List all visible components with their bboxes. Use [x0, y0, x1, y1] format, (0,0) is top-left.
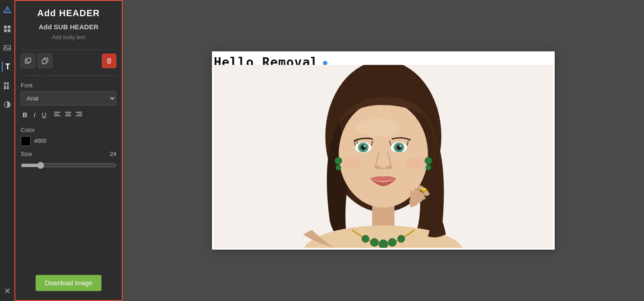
- close-sidebar-icon[interactable]: ✕: [2, 286, 13, 296]
- pattern-icon[interactable]: [2, 80, 13, 91]
- italic-button[interactable]: I: [32, 110, 37, 119]
- svg-rect-4: [8, 26, 10, 28]
- svg-rect-63: [421, 188, 426, 190]
- panel-header: Add HEADER: [21, 8, 116, 18]
- svg-rect-3: [4, 26, 7, 28]
- svg-point-60: [388, 238, 396, 246]
- align-group: [53, 110, 83, 119]
- svg-point-49: [374, 165, 381, 170]
- svg-rect-20: [107, 59, 110, 59]
- canvas-container: Hello Removal: [212, 51, 555, 250]
- font-section-label: Font: [21, 82, 116, 89]
- svg-point-50: [386, 165, 392, 170]
- svg-rect-9: [4, 82, 6, 85]
- delete-element-button[interactable]: [102, 54, 116, 68]
- svg-point-43: [363, 145, 365, 147]
- main-area: Hello Removal: [123, 0, 644, 301]
- adjust-icon[interactable]: [2, 99, 13, 110]
- size-value: 24: [110, 150, 116, 157]
- svg-rect-6: [8, 29, 10, 32]
- svg-rect-12: [7, 85, 9, 87]
- panel-body-text: Add body text: [21, 34, 116, 41]
- size-slider[interactable]: [21, 162, 116, 169]
- svg-rect-17: [27, 58, 31, 62]
- layer-up-button[interactable]: [21, 54, 35, 68]
- svg-point-54: [336, 165, 341, 170]
- svg-point-61: [398, 235, 405, 242]
- side-panel: Add HEADER Add SUB HEADER Add body text: [14, 0, 123, 301]
- woman-image: [214, 65, 553, 248]
- text-icon[interactable]: T: [2, 61, 13, 72]
- svg-point-53: [335, 157, 342, 164]
- underline-button[interactable]: U: [40, 110, 48, 119]
- logo-icon[interactable]: [2, 5, 13, 15]
- svg-point-58: [370, 238, 378, 246]
- color-row: #000: [21, 136, 116, 146]
- svg-point-51: [343, 158, 361, 169]
- size-label: Size: [21, 150, 32, 157]
- svg-point-48: [400, 145, 401, 147]
- icon-bar: T ✕: [0, 0, 14, 301]
- divider-1: [21, 50, 116, 50]
- color-swatch[interactable]: [21, 136, 31, 146]
- svg-point-59: [379, 240, 388, 248]
- panel-subheader: Add SUB HEADER: [21, 23, 116, 31]
- svg-rect-14: [7, 87, 9, 90]
- svg-rect-11: [4, 85, 6, 87]
- svg-rect-5: [4, 29, 7, 32]
- color-value: #000: [34, 138, 46, 144]
- divider-2: [21, 75, 116, 76]
- align-right-button[interactable]: [74, 110, 83, 119]
- size-row: Size 24: [21, 150, 116, 157]
- align-center-button[interactable]: [64, 110, 73, 119]
- svg-point-2: [7, 11, 8, 12]
- svg-rect-7: [4, 46, 10, 50]
- align-left-button[interactable]: [53, 110, 62, 119]
- text-cursor-dot: [323, 61, 327, 65]
- svg-rect-13: [4, 87, 6, 90]
- color-section-label: Color: [21, 127, 116, 133]
- download-button-area: Download Image: [21, 275, 116, 291]
- svg-rect-21: [107, 59, 112, 59]
- layer-controls: [21, 54, 116, 68]
- svg-point-57: [362, 235, 369, 242]
- svg-point-52: [405, 158, 423, 169]
- layout-icon[interactable]: [2, 23, 13, 34]
- svg-point-38: [357, 119, 401, 137]
- font-select[interactable]: Arial Times New Roman Helvetica Georgia …: [21, 91, 116, 105]
- image-icon[interactable]: [2, 42, 13, 53]
- svg-point-55: [425, 157, 432, 164]
- svg-rect-19: [42, 59, 46, 64]
- svg-rect-10: [7, 82, 9, 85]
- svg-point-56: [426, 165, 431, 170]
- bold-button[interactable]: B: [21, 110, 29, 119]
- download-image-button[interactable]: Download Image: [36, 275, 101, 291]
- layer-down-button[interactable]: [38, 54, 52, 68]
- text-format-bar: B I U: [21, 110, 116, 119]
